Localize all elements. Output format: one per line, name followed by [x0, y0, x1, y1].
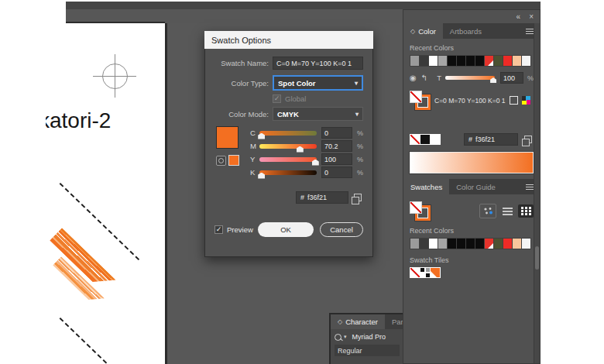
slider-thumb[interactable]: [258, 133, 265, 139]
recent-color-swatch[interactable]: [438, 56, 447, 66]
tint-slider[interactable]: [445, 76, 495, 80]
fill-stroke-proxy[interactable]: [410, 91, 431, 110]
recent-color-swatch[interactable]: [485, 239, 493, 249]
recent-color-swatch[interactable]: [513, 239, 521, 249]
recent-color-swatch[interactable]: [494, 56, 503, 66]
recent-color-swatch[interactable]: [503, 239, 512, 249]
hex-input[interactable]: # f36f21: [464, 133, 518, 146]
recent-colors-row: [410, 55, 531, 67]
tab-character[interactable]: ◇ Character: [331, 314, 385, 329]
scrollbar-thumb[interactable]: [535, 246, 539, 270]
close-icon[interactable]: ×: [529, 13, 534, 21]
libraries-icon[interactable]: [479, 204, 496, 218]
invert-icon[interactable]: ◉: [410, 74, 417, 82]
color-spectrum-ramp[interactable]: [410, 152, 534, 173]
magenta-value-input[interactable]: 70.2: [321, 140, 352, 152]
yellow-value-input[interactable]: 100: [321, 153, 352, 165]
color-mode-select[interactable]: CMYK ▾: [273, 107, 363, 121]
swatch-outline-icon[interactable]: [510, 96, 518, 105]
fill-proxy-none[interactable]: [410, 91, 422, 103]
slider-thumb[interactable]: [312, 160, 319, 166]
recent-color-swatch[interactable]: [485, 56, 493, 66]
yellow-slider[interactable]: [259, 157, 317, 162]
cancel-button[interactable]: Cancel: [320, 222, 363, 237]
recent-colors-label: Recent Colors: [410, 227, 534, 235]
swatch-tile-orange[interactable]: [431, 268, 440, 277]
black-value-input[interactable]: 0: [321, 167, 352, 178]
dialog-title-bar[interactable]: Swatch Options: [204, 31, 373, 49]
none-swatch[interactable]: [410, 135, 420, 144]
font-style-field[interactable]: Regular: [335, 345, 400, 356]
recent-color-swatch[interactable]: [457, 56, 465, 66]
black-swatch[interactable]: [420, 135, 430, 144]
recent-color-swatch[interactable]: [475, 239, 484, 249]
copy-hex-icon[interactable]: [524, 136, 532, 143]
recent-color-swatch[interactable]: [513, 56, 521, 66]
color-type-select[interactable]: Spot Color ▾: [273, 75, 363, 91]
swatch-name-input[interactable]: C=0 M=70 Y=100 K=0 1: [273, 57, 363, 70]
chevron-down-icon[interactable]: ▾: [344, 334, 347, 340]
swatch-tile-pattern[interactable]: [420, 268, 430, 277]
ok-button[interactable]: OK: [258, 222, 314, 237]
fill-stroke-proxy[interactable]: [410, 201, 431, 221]
recent-color-swatch[interactable]: [429, 239, 438, 249]
recent-color-swatch[interactable]: [448, 239, 456, 249]
dashed-guide-line: [60, 318, 140, 364]
checkmark-icon: ✓: [216, 226, 222, 233]
fill-proxy-none[interactable]: [410, 201, 422, 214]
recent-color-swatch[interactable]: [410, 56, 419, 66]
top-toolbar-edge: [66, 2, 541, 9]
collapse-panels-icon[interactable]: «: [516, 13, 521, 21]
search-icon[interactable]: [335, 334, 341, 341]
swatch-options-dialog: Swatch Options Swatch Name: C=0 M=70 Y=1…: [204, 31, 373, 257]
list-view-icon[interactable]: [499, 204, 515, 218]
recent-color-swatch[interactable]: [429, 56, 438, 66]
slider-thumb[interactable]: [297, 146, 304, 153]
complement-icon[interactable]: ↰: [421, 74, 427, 82]
slider-thumb[interactable]: [490, 77, 496, 83]
character-panel: ◇ Character Paragraph ▾ Myriad Pro Regul…: [329, 313, 403, 364]
dialog-body: Swatch Name: C=0 M=70 Y=100 K=0 1 Color …: [204, 49, 373, 257]
color-tab-bar: ◇ Color Artboards: [403, 23, 540, 39]
white-swatch[interactable]: [431, 135, 440, 144]
illustrator-workspace: katori-2 ◇ Character Paragraph ▾ Myriad …: [0, 0, 604, 364]
hex-input[interactable]: # f36f21: [296, 191, 348, 204]
recent-color-swatch[interactable]: [494, 239, 503, 249]
recent-color-swatch[interactable]: [420, 239, 428, 249]
tab-artboards[interactable]: Artboards: [443, 23, 489, 39]
font-family-field[interactable]: Myriad Pro: [352, 333, 386, 341]
panel-scrollbar[interactable]: [534, 23, 540, 363]
recent-color-swatch[interactable]: [466, 56, 475, 66]
cyan-slider[interactable]: [259, 131, 317, 136]
spot-color-icon: [216, 156, 226, 166]
preview-checkbox[interactable]: ✓: [214, 225, 223, 234]
tab-color-guide[interactable]: Color Guide: [449, 179, 503, 194]
cyan-value-input[interactable]: 0: [321, 127, 352, 139]
global-checkbox[interactable]: ✓: [273, 94, 281, 103]
recent-color-swatch[interactable]: [503, 56, 512, 66]
slider-thumb[interactable]: [258, 173, 265, 179]
copy-hex-icon[interactable]: [354, 194, 362, 201]
preview-label: Preview: [227, 225, 253, 234]
recent-color-swatch[interactable]: [522, 239, 530, 249]
recent-color-swatch[interactable]: [475, 56, 484, 66]
color-modes-icon[interactable]: [522, 96, 530, 105]
tab-paragraph[interactable]: Paragraph: [385, 314, 403, 329]
swatch-tile-none[interactable]: [410, 268, 420, 277]
recent-color-swatch[interactable]: [420, 56, 428, 66]
tint-value-input[interactable]: 100: [500, 72, 523, 84]
magenta-slider[interactable]: [259, 144, 317, 149]
tab-swatches[interactable]: Swatches: [403, 179, 449, 194]
right-panel-group: « × ◇ Color Artboards Recent Colors ◉ ↰ …: [403, 9, 541, 364]
character-tab-bar: ◇ Character Paragraph: [331, 314, 403, 329]
recent-color-swatch[interactable]: [466, 239, 475, 249]
recent-color-swatch[interactable]: [448, 56, 456, 66]
recent-color-swatch[interactable]: [457, 239, 465, 249]
tab-color[interactable]: ◇ Color: [403, 23, 443, 39]
recent-color-swatch[interactable]: [522, 56, 530, 66]
panel-cycle-icon: ◇: [338, 318, 342, 325]
recent-color-swatch[interactable]: [438, 239, 447, 249]
grid-view-icon[interactable]: [518, 204, 534, 218]
black-slider[interactable]: [259, 170, 317, 175]
recent-color-swatch[interactable]: [410, 239, 419, 249]
